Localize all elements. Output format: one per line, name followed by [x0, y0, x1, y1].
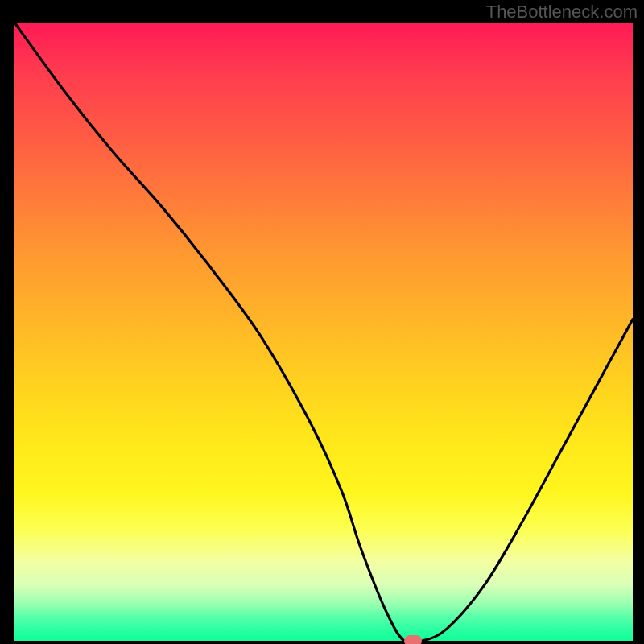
optimal-point-marker [404, 635, 422, 644]
plot-area [14, 23, 633, 641]
chart-container: TheBottleneck.com [0, 0, 644, 644]
watermark-text: TheBottleneck.com [486, 2, 638, 23]
bottleneck-curve [14, 23, 633, 641]
